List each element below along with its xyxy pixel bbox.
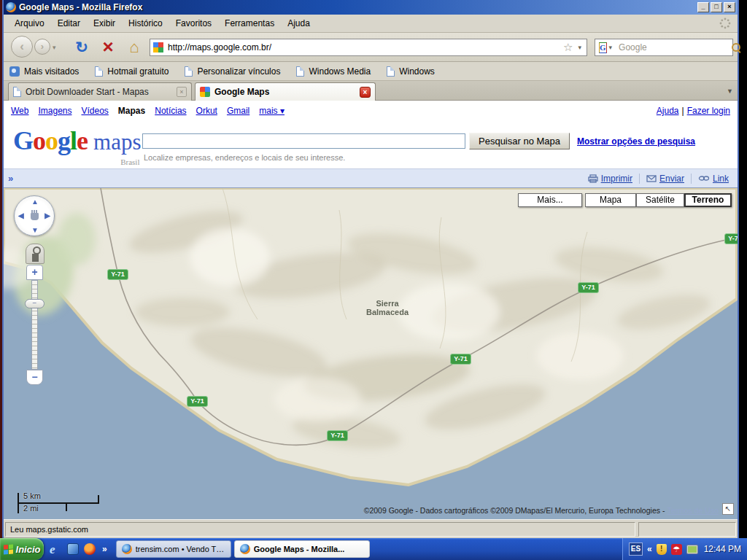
language-indicator[interactable]: ES — [629, 542, 643, 556]
link-web[interactable]: Web — [11, 106, 28, 116]
menu-favoritos[interactable]: Favoritos — [169, 16, 218, 31]
firefox-icon — [6, 2, 16, 12]
zoom-in-button[interactable]: + — [26, 265, 43, 280]
pan-up-icon[interactable]: ▲ — [31, 198, 39, 206]
taskbar-button-trensim[interactable]: trensim.com • Vendo Tóp... — [116, 540, 231, 558]
link-gmail[interactable]: Gmail — [227, 106, 249, 116]
tab-orbit-downloader[interactable]: Orbit Downloader Start - Mapas × — [8, 82, 192, 101]
security-shield-icon[interactable]: ! — [657, 544, 667, 555]
link-ajuda[interactable]: Ajuda — [657, 106, 679, 116]
url-dropdown-icon[interactable]: ▾ — [576, 44, 584, 51]
print-link[interactable]: Imprimir — [588, 174, 632, 184]
menu-editar[interactable]: Editar — [51, 16, 87, 31]
internet-explorer-icon[interactable]: e — [50, 543, 62, 556]
tab-google-maps[interactable]: Google Maps × — [195, 82, 376, 101]
close-button[interactable]: × — [724, 2, 735, 12]
quick-launch: e » — [44, 543, 113, 556]
zoom-out-button[interactable]: − — [26, 370, 43, 385]
display-settings-icon[interactable] — [686, 545, 698, 554]
start-button[interactable]: Inicio — [0, 538, 44, 560]
list-all-tabs-icon[interactable]: ▼ — [727, 88, 733, 95]
maximize-button[interactable]: □ — [711, 2, 722, 12]
menu-ajuda[interactable]: Ajuda — [281, 16, 317, 31]
engine-dropdown-icon[interactable]: ▾ — [607, 44, 615, 51]
tab-close-icon[interactable]: × — [360, 87, 371, 98]
titlebar[interactable]: Google Maps - Mozilla Firefox _ □ × — [4, 0, 738, 15]
link-mapas[interactable]: Mapas — [118, 106, 145, 116]
search-options-link[interactable]: Mostrar opções de pesquisa — [577, 136, 695, 147]
link-imagens[interactable]: Imagens — [38, 106, 71, 116]
bookmark-hotmail[interactable]: Hotmail gratuito — [95, 66, 169, 77]
tray-collapse-icon[interactable]: « — [647, 544, 652, 554]
zoom-slider-handle[interactable]: − — [25, 299, 44, 308]
printer-icon — [588, 174, 598, 183]
bookmark-star-icon[interactable]: ☆ — [563, 41, 573, 54]
windows-flag-icon — [4, 544, 13, 554]
bookmark-windows[interactable]: Windows — [387, 66, 435, 77]
link-orkut[interactable]: Orkut — [196, 106, 217, 116]
quick-launch-overflow-icon[interactable]: » — [102, 544, 107, 554]
corner-arrow-icon[interactable]: ↖ — [722, 503, 734, 515]
status-bar: Leu maps.gstatic.com — [4, 519, 738, 538]
pan-left-icon[interactable]: ◀ — [18, 211, 24, 219]
stop-button[interactable]: × — [98, 39, 117, 56]
satellite-button[interactable]: Satélite — [636, 193, 684, 207]
map-canvas[interactable]: Y-71 Y-71 Y-71 Y-71 Y-71 Y-71 Sierra Bal… — [4, 188, 738, 519]
expand-sidebar-icon[interactable]: » — [8, 173, 13, 184]
pan-hand-icon[interactable] — [31, 212, 39, 220]
google-links-bar: Web Imagens Vídeos Mapas Notícias Orkut … — [4, 101, 738, 121]
map-copyright: ©2009 Google - Dados cartográficos ©2009… — [4, 506, 719, 515]
back-button[interactable]: ‹ — [11, 36, 33, 58]
search-engine-icon[interactable]: G — [599, 42, 607, 53]
menu-historico[interactable]: Histórico — [122, 16, 169, 31]
more-button[interactable]: Mais... — [518, 193, 582, 207]
web-search-input[interactable] — [619, 42, 732, 52]
route-shield-y71: Y-71 — [107, 269, 128, 280]
window-title: Google Maps - Mozilla Firefox — [19, 2, 142, 12]
terms-of-use-link[interactable]: Termos de Uso — [667, 506, 719, 515]
search-hint: Localize empresas, endereços e locais de… — [144, 153, 345, 162]
home-button[interactable]: ⌂ — [125, 39, 144, 56]
quick-launch-app2-icon[interactable] — [84, 543, 96, 555]
search-map-button[interactable]: Pesquisar no Mapa — [469, 133, 570, 149]
search-box[interactable]: G ▾ — [595, 39, 733, 56]
taskbar-button-google-maps[interactable]: Google Maps - Mozilla... — [234, 540, 370, 558]
reload-button[interactable]: ↻ — [72, 39, 91, 56]
pan-control[interactable]: ▲ ▼ ◀ ▶ — [14, 195, 55, 236]
search-icon[interactable] — [732, 43, 741, 52]
link-videos[interactable]: Vídeos — [82, 106, 109, 116]
bookmarks-toolbar: Mais visitados Hotmail gratuito Personal… — [4, 62, 738, 81]
bookmark-personalizar[interactable]: Personalizar vínculos — [185, 66, 280, 77]
terrain-button[interactable]: Terreno — [684, 193, 732, 207]
map-button[interactable]: Mapa — [585, 193, 636, 207]
pegman-control[interactable] — [26, 244, 44, 264]
link-mais[interactable]: mais ▾ — [259, 106, 285, 116]
bookmark-mais-visitados[interactable]: Mais visitados — [9, 66, 79, 77]
link-fazer-login[interactable]: Fazer login — [687, 106, 730, 116]
send-link[interactable]: Enviar — [646, 174, 684, 184]
url-bar[interactable]: ☆ ▾ — [150, 39, 587, 56]
firefox-icon — [122, 544, 132, 554]
minimize-button[interactable]: _ — [697, 2, 709, 12]
firefox-icon — [240, 544, 250, 554]
forward-button[interactable]: › — [34, 39, 50, 55]
url-input[interactable] — [168, 42, 560, 52]
zoom-slider-track[interactable] — [31, 280, 38, 370]
link-link[interactable]: Link — [698, 174, 729, 184]
action-strip: » Imprimir Enviar Link — [4, 168, 738, 188]
tab-close-icon[interactable]: × — [177, 87, 187, 97]
quick-launch-app-icon[interactable] — [67, 543, 79, 555]
navigation-toolbar: ‹ › ▾ ↻ × ⌂ ☆ ▾ G ▾ — [4, 33, 738, 62]
pan-right-icon[interactable]: ▶ — [44, 211, 50, 219]
browser-window: Google Maps - Mozilla Firefox _ □ × Arqu… — [2, 0, 739, 538]
bookmark-windows-media[interactable]: Windows Media — [296, 66, 371, 77]
link-noticias[interactable]: Notícias — [155, 106, 186, 116]
menu-ferramentas[interactable]: Ferramentas — [218, 16, 281, 31]
history-dropdown-icon[interactable]: ▾ — [53, 44, 56, 51]
antivirus-icon[interactable]: ☂ — [671, 544, 682, 555]
map-search-input[interactable] — [142, 133, 465, 149]
menu-exibir[interactable]: Exibir — [87, 16, 122, 31]
google-logo-word: Google — [13, 126, 88, 155]
pan-down-icon[interactable]: ▼ — [31, 226, 39, 234]
menu-arquivo[interactable]: Arquivo — [8, 16, 51, 31]
